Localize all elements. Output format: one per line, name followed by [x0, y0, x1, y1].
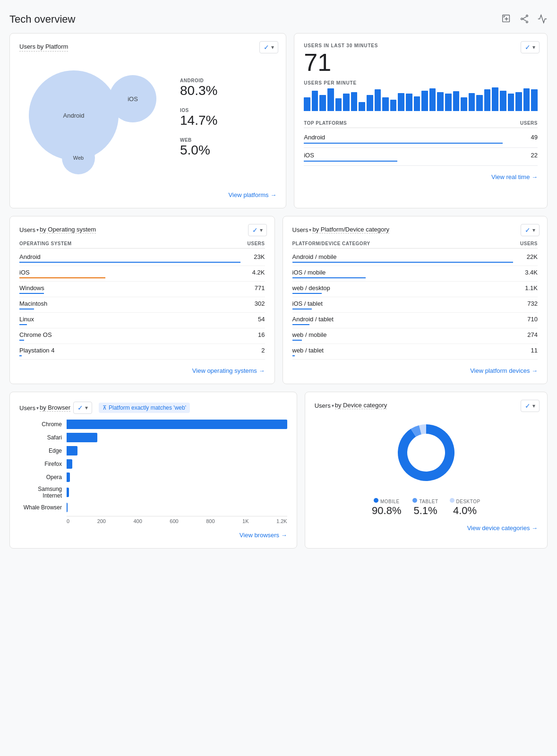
bar: [382, 97, 389, 111]
table-row: web / mobile 274: [292, 328, 538, 344]
os-name: Chrome OS: [19, 331, 52, 338]
table-row: Playstation 4 2: [19, 344, 265, 360]
svg-point-3: [526, 21, 528, 23]
filter-badge[interactable]: ⊼ Platform exactly matches 'web': [99, 403, 190, 413]
bar: [515, 92, 522, 111]
browser-check-button[interactable]: ✓ ▾: [73, 402, 92, 414]
browser-label: Whale Browser: [19, 504, 67, 511]
donut-chart-container: MOBILE 90.8% TABLET 5.1% DESKTOP 4.0%: [315, 415, 538, 517]
donut-legend-label: DESKTOP: [450, 498, 480, 505]
ios-bubble: iOS: [109, 75, 156, 122]
browser-bar: [67, 433, 97, 442]
browser-row: Edge: [19, 446, 287, 455]
donut-legend-value: 90.8%: [372, 505, 401, 517]
bar: [421, 91, 428, 111]
browser-bar-container: [67, 459, 287, 469]
share-icon[interactable]: [519, 14, 530, 26]
donut-legend-item: DESKTOP 4.0%: [450, 498, 480, 517]
table-row: Chrome OS 16: [19, 328, 265, 344]
table-row: web / desktop 1.1K: [292, 282, 538, 297]
operating-system-card: Users ▾ by Operating system ✓ ▾ OPERATIN…: [9, 216, 275, 384]
browser-title-prefix: Users: [19, 404, 35, 412]
os-check-button[interactable]: ✓ ▾: [248, 224, 267, 236]
chevron-down-icon: ▾: [271, 44, 274, 51]
os-bar: [19, 355, 22, 356]
bar: [508, 94, 514, 111]
pd-value: 274: [527, 331, 538, 338]
x-tick: 1K: [242, 518, 249, 524]
realtime-count: 71: [304, 50, 538, 75]
os-value: 23K: [254, 253, 265, 260]
view-platforms-link[interactable]: View platforms →: [19, 191, 276, 198]
os-bar: [19, 324, 27, 325]
realtime-card: ✓ ▾ USERS IN LAST 30 MINUTES 71 USERS PE…: [294, 33, 548, 208]
users-by-platform-title: Users by Platform: [19, 43, 68, 52]
android-legend-item: ANDROID 80.3%: [180, 78, 217, 98]
bar: [304, 97, 310, 111]
platform-bar: [304, 161, 397, 162]
bar: [406, 94, 412, 111]
svg-point-1: [526, 15, 528, 17]
pd-value: 3.4K: [525, 269, 538, 276]
view-dc-link[interactable]: View device categories →: [315, 524, 538, 532]
dc-check-button[interactable]: ✓ ▾: [521, 400, 540, 412]
pd-name: web / mobile: [292, 331, 327, 338]
os-value: 771: [255, 284, 265, 292]
donut-legend-item: MOBILE 90.8%: [372, 498, 401, 517]
table-row: web / tablet 11: [292, 344, 538, 360]
pd-table-header: PLATFORM/DEVICE CATEGORY USERS: [292, 239, 538, 249]
x-tick: 800: [206, 518, 214, 524]
pd-title-prefix: Users: [292, 226, 308, 233]
os-title-suffix: by Operating system: [40, 226, 96, 233]
donut-legend-value: 4.0%: [453, 505, 477, 517]
platform-check-button[interactable]: ✓ ▾: [259, 41, 278, 53]
platform-device-card: Users ▾ by Platform/Device category ✓ ▾ …: [283, 216, 548, 384]
realtime-check-button[interactable]: ✓ ▾: [521, 41, 540, 53]
bar: [312, 91, 318, 111]
donut-legend: MOBILE 90.8% TABLET 5.1% DESKTOP 4.0%: [372, 498, 480, 517]
pd-check-button[interactable]: ✓ ▾: [521, 224, 540, 236]
os-bar: [19, 262, 240, 263]
donut-dot: [412, 498, 417, 503]
os-value: 302: [255, 300, 265, 307]
bar: [445, 94, 452, 111]
bar: [319, 95, 326, 111]
pd-value: 732: [527, 300, 538, 307]
table-row: iOS 22: [304, 148, 538, 166]
pd-name: web / desktop: [292, 284, 330, 292]
table-row: Android 49: [304, 130, 538, 148]
browser-label: Samsung Internet: [19, 486, 67, 499]
bar: [398, 93, 404, 111]
os-name: iOS: [19, 269, 30, 276]
dc-dropdown-icon[interactable]: ▾: [332, 403, 334, 408]
platform-bar: [304, 143, 503, 144]
pd-title-suffix: by Platform/Device category: [312, 226, 389, 233]
top-platforms-header: TOP PLATFORMS USERS: [304, 119, 538, 128]
edit-icon[interactable]: [501, 14, 512, 26]
activity-icon[interactable]: [537, 14, 548, 26]
bar: [359, 102, 365, 111]
x-tick: 600: [170, 518, 178, 524]
browser-row: Whale Browser: [19, 503, 287, 512]
view-pd-link[interactable]: View platform devices →: [292, 367, 538, 374]
os-dropdown-icon[interactable]: ▾: [36, 227, 39, 232]
bar: [375, 89, 381, 111]
os-name: Macintosh: [19, 300, 47, 307]
x-tick: 400: [133, 518, 142, 524]
page-title: Tech overview: [9, 13, 75, 26]
view-browser-link[interactable]: View browsers →: [19, 532, 287, 539]
pd-dropdown-icon[interactable]: ▾: [309, 227, 311, 232]
donut-dot: [374, 498, 378, 503]
check-icon: ✓: [525, 43, 531, 51]
view-os-link[interactable]: View operating systems →: [19, 367, 265, 374]
view-realtime-link[interactable]: View real time →: [304, 173, 538, 180]
browser-bar-container: [67, 503, 287, 512]
browser-dropdown-icon[interactable]: ▾: [36, 405, 39, 411]
browser-label: Edge: [19, 447, 67, 454]
bar: [390, 100, 397, 111]
pd-name: iOS / mobile: [292, 269, 326, 276]
donut-legend-value: 5.1%: [413, 505, 437, 517]
bar: [453, 91, 460, 111]
check-icon: ✓: [264, 43, 269, 51]
pd-value: 1.1K: [525, 284, 538, 292]
